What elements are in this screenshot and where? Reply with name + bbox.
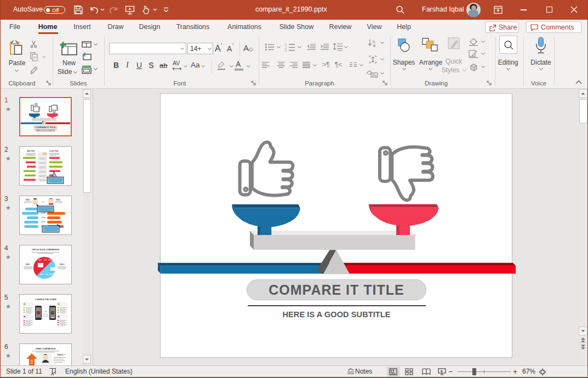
- svg-text:A: A: [372, 39, 375, 44]
- svg-text:HERE IS A GOOD SUBTITLE: HERE IS A GOOD SUBTITLE: [36, 130, 55, 132]
- svg-text:GOOD ITEM: GOOD ITEM: [49, 150, 59, 152]
- svg-text:CIRCLE SLICE COMPARISON: CIRCLE SLICE COMPARISON: [32, 249, 60, 251]
- svg-text:BAD ITEM: BAD ITEM: [27, 150, 35, 152]
- svg-text:ITEMS COMPARISON: ITEMS COMPARISON: [36, 348, 56, 350]
- svg-text:ITEM NO. 1: ITEM NO. 1: [57, 354, 65, 356]
- svg-text:ITEM 1: ITEM 1: [26, 199, 31, 201]
- svg-text:ITEM 2: ITEM 2: [56, 199, 61, 201]
- svg-text:ITEM 1: ITEM 1: [25, 264, 30, 266]
- svg-text:< VS >: < VS >: [43, 311, 49, 313]
- svg-text:1 VERSUS THE OTHER: 1 VERSUS THE OTHER: [35, 299, 56, 301]
- svg-text:VS: VS: [42, 201, 44, 203]
- svg-text:COMPARE IT TITLE: COMPARE IT TITLE: [36, 126, 55, 129]
- svg-text:3: 3: [285, 49, 287, 51]
- svg-text:ITEM 2: ITEM 2: [59, 264, 64, 266]
- svg-text:VS: VS: [43, 152, 47, 156]
